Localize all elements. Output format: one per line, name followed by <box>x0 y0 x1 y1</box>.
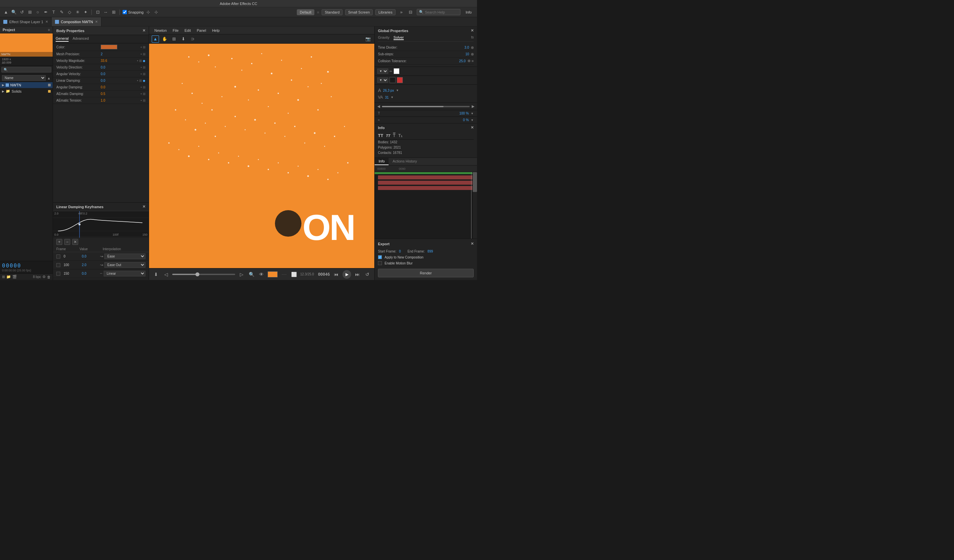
info-close[interactable]: ✕ <box>471 126 474 130</box>
pb-color-swatch[interactable] <box>268 271 277 277</box>
pb-loop-icon[interactable]: ↺ <box>364 271 371 278</box>
timeline-slider[interactable] <box>172 274 235 275</box>
kf-add-btn[interactable]: + <box>56 239 62 245</box>
vel-mag-link[interactable]: ⊞ <box>139 59 142 62</box>
arrow-tool-icon[interactable]: ▲ <box>3 9 9 16</box>
tp-px-arrow[interactable]: ▼ <box>396 89 399 92</box>
rotate-tool-icon[interactable]: ↺ <box>19 9 25 16</box>
project-item-solids[interactable]: ▶ 📁 Solids <box>0 88 53 94</box>
gp-menu-icon[interactable]: ≡ <box>472 59 474 63</box>
pen-tool-icon[interactable]: ✒ <box>42 9 49 16</box>
search-help-input[interactable] <box>425 10 458 14</box>
kf-clear-btn[interactable]: ✕ <box>72 239 78 245</box>
left-arrow-icon[interactable]: ◀ <box>377 104 380 109</box>
aemat-tens-reset[interactable]: • <box>140 99 142 102</box>
viewport[interactable]: ON <box>149 44 374 268</box>
tab-effect-shape[interactable]: Effect Shape Layer 1 ✕ <box>0 17 51 26</box>
aemat-tens-value[interactable]: 1.0 <box>101 99 139 102</box>
aemat-damp-value[interactable]: 0.5 <box>101 92 139 96</box>
project-menu-icon[interactable]: ≡ <box>48 28 50 32</box>
align-tool-icon[interactable]: ⊡ <box>94 9 101 16</box>
snap-tool-icon[interactable]: ↔ <box>102 9 109 16</box>
right-scrollbar[interactable] <box>472 172 477 239</box>
kf-check-2[interactable] <box>56 272 60 276</box>
vel-mag-reset[interactable]: • <box>137 59 138 62</box>
vel-dir-link[interactable]: ⊞ <box>143 65 145 69</box>
project-icon-1[interactable]: ⊞ <box>2 275 5 279</box>
pb-zoom-icon[interactable]: 🔍 <box>248 271 255 278</box>
gp-extra-tab[interactable]: ts <box>471 36 474 40</box>
menu-panel[interactable]: Panel <box>194 28 209 33</box>
render-button[interactable]: Render <box>378 269 474 277</box>
keyframes-close[interactable]: ✕ <box>142 205 145 209</box>
text-tool-icon[interactable]: T <box>50 9 57 16</box>
sort-select[interactable]: Name <box>2 75 46 81</box>
ang-vel-value[interactable]: 0.0 <box>101 72 139 76</box>
gp-substeps-dot[interactable] <box>471 53 474 56</box>
expand-icon[interactable]: » <box>398 9 405 16</box>
ang-damp-link[interactable]: ⊞ <box>143 86 145 89</box>
shape-tool-icon[interactable]: ○ <box>34 9 41 16</box>
gp-dropdown-1[interactable]: ▼ <box>377 68 388 74</box>
color-reset-icon[interactable]: • <box>140 45 142 49</box>
tab-composition-nwtn[interactable]: Composition NWTN ✕ <box>51 17 101 26</box>
pb-down-icon[interactable]: ⬇ <box>152 271 160 278</box>
vel-dir-value[interactable]: 0.0 <box>101 65 139 69</box>
lin-damp-link[interactable]: ⊞ <box>139 79 142 82</box>
trash-icon[interactable]: 🗑 <box>47 275 51 279</box>
work-area-bar[interactable] <box>375 172 477 174</box>
grid-tool-icon[interactable]: ⊞ <box>110 9 117 16</box>
aemat-damp-link[interactable]: ⊞ <box>143 92 145 96</box>
vp-select-icon[interactable]: ▲ <box>152 36 159 43</box>
gp-tab-gravity[interactable]: Gravity <box>378 36 390 40</box>
kf-check-0[interactable] <box>56 255 60 258</box>
menu-help[interactable]: Help <box>209 28 222 33</box>
search-tool-icon[interactable]: 🔍 <box>11 9 17 16</box>
color-link-icon[interactable]: ⊞ <box>143 45 145 49</box>
tp-px-value[interactable]: 26,3 px <box>383 89 394 92</box>
lin-damp-value[interactable]: 0.0 <box>101 79 136 82</box>
gp-white-swatch[interactable] <box>394 68 399 74</box>
play-button[interactable]: ▶ <box>343 270 351 279</box>
puppet-tool-icon[interactable]: ✳ <box>74 9 81 16</box>
gp-substeps-value[interactable]: 10 <box>465 52 469 56</box>
small-screen-btn[interactable]: Small Screen <box>345 9 373 15</box>
kf-interp-select-1[interactable]: Ease Out Ease Linear <box>104 262 145 268</box>
ang-damp-reset[interactable]: • <box>140 86 142 89</box>
libraries-btn[interactable]: Libraries <box>375 9 395 15</box>
mesh-link[interactable]: ⊞ <box>143 52 145 56</box>
blur-checkbox[interactable] <box>378 261 382 265</box>
gp-edit-icon[interactable]: ✏ <box>390 70 392 73</box>
vp-camera-icon[interactable]: 📷 <box>364 36 372 43</box>
timeline-handle[interactable] <box>195 272 200 276</box>
kf-remove-btn[interactable]: − <box>64 239 70 245</box>
color-swatch[interactable] <box>101 45 117 49</box>
hand-tool-icon[interactable]: ✦ <box>82 9 89 16</box>
vp-down-icon[interactable]: ⬇ <box>179 36 187 43</box>
vp-link-icon[interactable]: ⊃ <box>189 36 196 43</box>
workspace-icon[interactable]: ⊟ <box>407 9 414 16</box>
pct2-arrow[interactable]: ▼ <box>471 118 474 122</box>
menu-file[interactable]: File <box>170 28 181 33</box>
lin-damp-reset[interactable]: • <box>137 79 138 82</box>
mesh-value[interactable]: 2 <box>101 52 139 56</box>
pct-value[interactable]: 100 % <box>460 112 469 115</box>
snap-icon-3[interactable]: ⊹ <box>153 9 160 16</box>
start-frame-value[interactable]: 0 <box>399 250 401 253</box>
camera-tool-icon[interactable]: ⊞ <box>26 9 33 16</box>
project-item-nwtn[interactable]: ▶ NWTN <box>0 82 53 88</box>
project-search[interactable] <box>0 65 53 74</box>
end-frame-value[interactable]: 899 <box>427 250 433 253</box>
ang-damp-value[interactable]: 0.0 <box>101 86 139 89</box>
pct-arrow[interactable]: ▼ <box>471 112 474 115</box>
sort-asc-icon[interactable]: ▲ <box>47 76 51 80</box>
kf-interp-select-2[interactable]: Linear Ease Ease Out <box>104 271 145 276</box>
gp-dropdown-2[interactable]: ▼ <box>377 78 388 83</box>
gp-dark-swatch[interactable] <box>390 77 396 83</box>
apply-checkbox[interactable]: ✓ <box>378 255 382 259</box>
gp-time-div-value[interactable]: 3.0 <box>465 46 469 49</box>
scrollbar-thumb[interactable] <box>473 172 477 192</box>
export-close[interactable]: ✕ <box>471 242 474 246</box>
bpc-settings-icon[interactable]: ⚙ <box>42 275 46 279</box>
ang-vel-reset[interactable]: • <box>140 72 142 76</box>
